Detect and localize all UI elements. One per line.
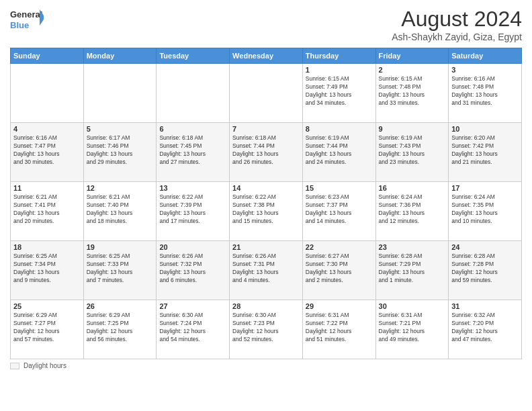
week-row-2: 4Sunrise: 6:16 AMSunset: 7:47 PMDaylight…	[11, 123, 522, 182]
day-number: 18	[13, 243, 81, 251]
day-info: Sunrise: 6:23 AMSunset: 7:37 PMDaylight:…	[306, 193, 373, 226]
day-number: 8	[306, 125, 373, 133]
day-info: Sunrise: 6:28 AMSunset: 7:28 PMDaylight:…	[451, 253, 519, 285]
header: General Blue August 2024 Ash-Shaykh Zayi…	[10, 7, 522, 42]
day-info: Sunrise: 6:26 AMSunset: 7:32 PMDaylight:…	[159, 253, 226, 285]
day-info: Sunrise: 6:22 AMSunset: 7:38 PMDaylight:…	[232, 193, 300, 226]
day-number: 22	[306, 243, 373, 251]
day-info: Sunrise: 6:16 AMSunset: 7:48 PMDaylight:…	[451, 75, 519, 107]
day-cell: 14Sunrise: 6:22 AMSunset: 7:38 PMDayligh…	[230, 182, 303, 241]
day-cell: 27Sunrise: 6:30 AMSunset: 7:24 PMDayligh…	[157, 300, 230, 359]
day-cell: 9Sunrise: 6:19 AMSunset: 7:43 PMDaylight…	[375, 123, 449, 182]
day-cell: 16Sunrise: 6:24 AMSunset: 7:36 PMDayligh…	[375, 182, 449, 241]
day-info: Sunrise: 6:15 AMSunset: 7:48 PMDaylight:…	[379, 75, 446, 107]
day-number: 24	[451, 243, 519, 251]
day-number: 23	[379, 243, 446, 251]
day-info: Sunrise: 6:28 AMSunset: 7:29 PMDaylight:…	[379, 253, 446, 285]
day-number: 19	[87, 243, 154, 251]
month-title: August 2024	[392, 7, 522, 32]
title-block: August 2024 Ash-Shaykh Zayid, Giza, Egyp…	[392, 7, 522, 42]
day-info: Sunrise: 6:32 AMSunset: 7:20 PMDaylight:…	[451, 312, 519, 344]
day-cell: 6Sunrise: 6:18 AMSunset: 7:45 PMDaylight…	[157, 123, 230, 182]
day-info: Sunrise: 6:31 AMSunset: 7:22 PMDaylight:…	[306, 312, 373, 344]
day-cell	[83, 64, 157, 123]
day-header-tuesday: Tuesday	[157, 48, 230, 64]
day-number: 6	[159, 125, 226, 133]
page: General Blue August 2024 Ash-Shaykh Zayi…	[0, 0, 532, 411]
day-info: Sunrise: 6:21 AMSunset: 7:40 PMDaylight:…	[87, 193, 154, 226]
day-number: 16	[379, 184, 446, 192]
day-info: Sunrise: 6:15 AMSunset: 7:49 PMDaylight:…	[306, 75, 373, 107]
legend-box	[10, 363, 19, 369]
location: Ash-Shaykh Zayid, Giza, Egypt	[392, 32, 522, 42]
calendar-table: SundayMondayTuesdayWednesdayThursdayFrid…	[10, 48, 522, 359]
day-header-wednesday: Wednesday	[230, 48, 303, 64]
day-cell: 1Sunrise: 6:15 AMSunset: 7:49 PMDaylight…	[302, 64, 375, 123]
day-info: Sunrise: 6:18 AMSunset: 7:44 PMDaylight:…	[232, 134, 300, 167]
day-cell	[157, 64, 230, 123]
day-cell: 7Sunrise: 6:18 AMSunset: 7:44 PMDaylight…	[230, 123, 303, 182]
day-info: Sunrise: 6:26 AMSunset: 7:31 PMDaylight:…	[232, 253, 300, 285]
day-info: Sunrise: 6:30 AMSunset: 7:23 PMDaylight:…	[232, 312, 300, 344]
day-number: 11	[13, 184, 81, 192]
day-number: 25	[13, 302, 81, 310]
day-cell: 11Sunrise: 6:21 AMSunset: 7:41 PMDayligh…	[11, 182, 84, 241]
day-cell: 4Sunrise: 6:16 AMSunset: 7:47 PMDaylight…	[11, 123, 84, 182]
day-number: 3	[451, 66, 519, 74]
day-cell: 26Sunrise: 6:29 AMSunset: 7:25 PMDayligh…	[83, 300, 157, 359]
day-info: Sunrise: 6:24 AMSunset: 7:35 PMDaylight:…	[451, 193, 519, 226]
day-info: Sunrise: 6:19 AMSunset: 7:44 PMDaylight:…	[306, 134, 373, 167]
day-header-saturday: Saturday	[449, 48, 522, 64]
day-cell: 21Sunrise: 6:26 AMSunset: 7:31 PMDayligh…	[230, 241, 303, 300]
day-number: 27	[159, 302, 226, 310]
svg-text:General: General	[10, 9, 42, 19]
day-cell: 15Sunrise: 6:23 AMSunset: 7:37 PMDayligh…	[302, 182, 375, 241]
svg-text:Blue: Blue	[10, 20, 29, 30]
day-cell: 24Sunrise: 6:28 AMSunset: 7:28 PMDayligh…	[449, 241, 522, 300]
day-cell: 28Sunrise: 6:30 AMSunset: 7:23 PMDayligh…	[230, 300, 303, 359]
day-info: Sunrise: 6:19 AMSunset: 7:43 PMDaylight:…	[379, 134, 446, 167]
day-cell: 5Sunrise: 6:17 AMSunset: 7:46 PMDaylight…	[83, 123, 157, 182]
day-number: 26	[87, 302, 154, 310]
week-row-1: 1Sunrise: 6:15 AMSunset: 7:49 PMDaylight…	[11, 64, 522, 123]
day-cell: 8Sunrise: 6:19 AMSunset: 7:44 PMDaylight…	[302, 123, 375, 182]
week-row-4: 18Sunrise: 6:25 AMSunset: 7:34 PMDayligh…	[11, 241, 522, 300]
day-info: Sunrise: 6:29 AMSunset: 7:25 PMDaylight:…	[87, 312, 154, 344]
logo-svg: General Blue	[10, 7, 44, 34]
day-number: 31	[451, 302, 519, 310]
header-row: SundayMondayTuesdayWednesdayThursdayFrid…	[11, 48, 522, 64]
day-info: Sunrise: 6:29 AMSunset: 7:27 PMDaylight:…	[13, 312, 81, 344]
day-header-monday: Monday	[83, 48, 157, 64]
day-cell: 20Sunrise: 6:26 AMSunset: 7:32 PMDayligh…	[157, 241, 230, 300]
day-number: 20	[159, 243, 226, 251]
day-info: Sunrise: 6:17 AMSunset: 7:46 PMDaylight:…	[87, 134, 154, 167]
day-cell: 22Sunrise: 6:27 AMSunset: 7:30 PMDayligh…	[302, 241, 375, 300]
day-cell: 25Sunrise: 6:29 AMSunset: 7:27 PMDayligh…	[11, 300, 84, 359]
day-cell: 23Sunrise: 6:28 AMSunset: 7:29 PMDayligh…	[375, 241, 449, 300]
day-header-friday: Friday	[375, 48, 449, 64]
logo: General Blue	[10, 7, 44, 34]
day-cell	[230, 64, 303, 123]
day-number: 30	[379, 302, 446, 310]
day-number: 4	[13, 125, 81, 133]
day-cell: 10Sunrise: 6:20 AMSunset: 7:42 PMDayligh…	[449, 123, 522, 182]
day-cell: 29Sunrise: 6:31 AMSunset: 7:22 PMDayligh…	[302, 300, 375, 359]
day-info: Sunrise: 6:25 AMSunset: 7:33 PMDaylight:…	[87, 253, 154, 285]
day-info: Sunrise: 6:30 AMSunset: 7:24 PMDaylight:…	[159, 312, 226, 344]
day-number: 13	[159, 184, 226, 192]
day-cell: 17Sunrise: 6:24 AMSunset: 7:35 PMDayligh…	[449, 182, 522, 241]
day-cell	[11, 64, 84, 123]
day-cell: 2Sunrise: 6:15 AMSunset: 7:48 PMDaylight…	[375, 64, 449, 123]
day-number: 28	[232, 302, 300, 310]
legend-label: Daylight hours	[24, 362, 66, 369]
day-info: Sunrise: 6:22 AMSunset: 7:39 PMDaylight:…	[159, 193, 226, 226]
day-number: 7	[232, 125, 300, 133]
day-number: 29	[306, 302, 373, 310]
day-number: 21	[232, 243, 300, 251]
day-number: 2	[379, 66, 446, 74]
day-cell: 18Sunrise: 6:25 AMSunset: 7:34 PMDayligh…	[11, 241, 84, 300]
day-header-sunday: Sunday	[11, 48, 84, 64]
day-info: Sunrise: 6:16 AMSunset: 7:47 PMDaylight:…	[13, 134, 81, 167]
day-cell: 19Sunrise: 6:25 AMSunset: 7:33 PMDayligh…	[83, 241, 157, 300]
day-cell: 12Sunrise: 6:21 AMSunset: 7:40 PMDayligh…	[83, 182, 157, 241]
